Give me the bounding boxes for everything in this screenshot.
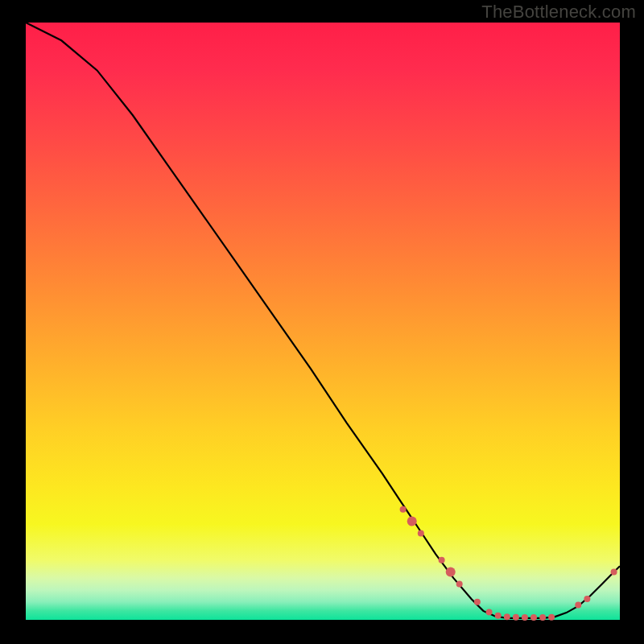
watermark-text: TheBottleneck.com — [481, 2, 636, 23]
plot-area — [26, 23, 620, 620]
data-marker — [400, 506, 407, 513]
data-marker — [548, 614, 555, 621]
data-marker — [575, 602, 581, 609]
chart-frame: TheBottleneck.com — [0, 0, 644, 644]
chart-svg — [26, 23, 620, 620]
data-marker — [418, 530, 424, 536]
data-marker — [513, 614, 519, 621]
data-marker — [495, 613, 502, 619]
data-marker — [584, 596, 590, 602]
data-marker — [456, 581, 463, 588]
data-marker — [486, 609, 493, 615]
bottleneck-curve — [26, 23, 620, 618]
data-marker — [474, 599, 481, 605]
data-marker — [504, 613, 510, 620]
data-markers — [400, 506, 617, 621]
data-marker — [539, 614, 546, 621]
data-marker — [611, 569, 617, 576]
data-marker — [446, 568, 456, 577]
data-marker — [530, 614, 537, 621]
data-marker — [522, 614, 528, 621]
data-marker — [407, 517, 417, 526]
data-marker — [439, 557, 445, 564]
